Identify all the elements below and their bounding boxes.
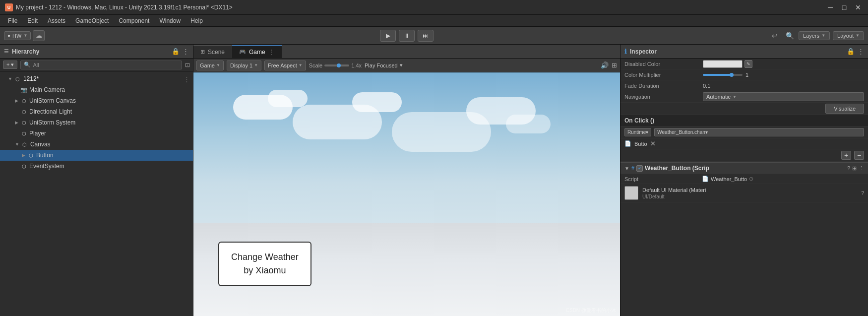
tab-scene[interactable]: ⊞ Scene <box>193 45 232 58</box>
color-edit-button[interactable]: ✎ <box>744 60 752 68</box>
runtime-dropdown[interactable]: Runtime▾ <box>624 128 651 136</box>
hier-label-directional-light: Directional Light <box>29 108 72 115</box>
inspector-header-actions: 🔒 ⋮ <box>847 48 864 55</box>
hier-item-canvas[interactable]: ▼ ⬡ Canvas <box>0 139 193 150</box>
hier-label-eventsystem: EventSystem <box>29 163 64 170</box>
script-section-header[interactable]: ▼ # ✓ Weather_Button (Scrip ? ⊞ ⋮ <box>620 162 868 174</box>
scale-slider[interactable] <box>324 64 349 66</box>
weather-button-dropdown[interactable]: Weather_Button.chan▾ <box>654 128 864 136</box>
layout-dropdown[interactable]: Layout ▼ <box>833 31 864 40</box>
layers-dropdown[interactable]: Layers ▼ <box>799 31 830 40</box>
material-name: Default UI Material (Materi <box>642 187 706 193</box>
script-enabled-checkbox[interactable]: ✓ <box>636 165 643 172</box>
undo-button[interactable]: ↩ <box>769 30 781 42</box>
display-dropdown[interactable]: Display 1 ▼ <box>227 61 261 70</box>
game-label-dropdown[interactable]: Game ▼ <box>196 61 224 70</box>
hier-item-1212[interactable]: ▼ ⬡ 1212* ⋮ <box>0 73 193 84</box>
obj-icon-button: ⬡ <box>27 152 34 159</box>
script-question-icon[interactable]: ? <box>847 165 850 171</box>
hierarchy-icon-btn[interactable]: ⊡ <box>185 62 190 68</box>
window-controls[interactable]: ─ □ ✕ <box>825 2 863 12</box>
fade-duration-label: Fade Duration <box>624 83 699 89</box>
minimize-button[interactable]: ─ <box>825 2 835 12</box>
menu-file[interactable]: File <box>4 16 21 25</box>
play-button[interactable]: ▶ <box>380 30 396 42</box>
close-button[interactable]: ✕ <box>853 2 863 12</box>
scale-value: 1.4x <box>351 63 362 68</box>
hier-label-unistorm-system: UniStorm System <box>29 119 75 126</box>
script-dots-icon[interactable]: ⋮ <box>859 165 864 172</box>
add-button[interactable]: + ▾ <box>3 61 17 69</box>
maximize-button[interactable]: □ <box>839 2 849 12</box>
add-onclick-button[interactable]: + <box>841 151 851 160</box>
hier-item-unistorm-canvas[interactable]: ▶ ⬡ UniStorm Canvas <box>0 95 193 106</box>
hierarchy-lock-icon[interactable]: 🔒 <box>172 48 180 55</box>
hier-item-button[interactable]: ▶ ⬡ Button <box>0 150 193 161</box>
navigation-row: Navigation Automatic ▼ <box>620 91 868 103</box>
unity-icon: U <box>5 3 13 11</box>
hierarchy-panel: ☰ Hierarchy 🔒 ⋮ + ▾ 🔍 All ⊡ ▼ ⬡ 1212* ⋮ <box>0 45 193 316</box>
script-target-icon[interactable]: ⊙ <box>749 176 753 182</box>
next-frame-button[interactable]: ⏭ <box>418 30 434 42</box>
weather-label: Weather_Button.chan▾ <box>657 129 708 135</box>
item-dots-1212[interactable]: ⋮ <box>184 75 190 83</box>
cloud-button[interactable]: ☁ <box>33 30 45 41</box>
navigation-option: Automatic <box>706 94 731 100</box>
remove-onclick-button[interactable]: − <box>854 151 864 160</box>
script-section-actions: ? ⊞ ⋮ <box>847 165 864 172</box>
butto-row: 📄 Butto ✕ <box>620 138 868 149</box>
cloud-layer <box>193 85 620 207</box>
material-thumbnail <box>624 186 638 200</box>
menu-window[interactable]: Window <box>155 16 185 25</box>
aspect-dropdown[interactable]: Free Aspect ▼ <box>264 61 306 70</box>
menu-component[interactable]: Component <box>115 16 153 25</box>
material-shader: UI/Default <box>642 194 706 199</box>
menu-gameobject[interactable]: GameObject <box>71 16 113 25</box>
menu-edit[interactable]: Edit <box>23 16 42 25</box>
disabled-color-value: ✎ <box>703 60 864 68</box>
remove-butto-icon[interactable]: ✕ <box>650 140 656 147</box>
hier-item-directional-light[interactable]: ▶ ⬡ Directional Light <box>0 106 193 117</box>
mute-icon[interactable]: 🔊 <box>601 62 609 69</box>
color-multiplier-slider[interactable] <box>703 74 743 76</box>
tab-game-dots[interactable]: ⋮ <box>268 48 275 56</box>
top-toolbar: ● HW ▼ ☁ ▶ ⏸ ⏭ ↩ 🔍 Layers ▼ Layout ▼ <box>0 27 868 45</box>
hierarchy-dots-icon[interactable]: ⋮ <box>183 48 189 55</box>
menu-assets[interactable]: Assets <box>44 16 69 25</box>
visualize-button[interactable]: Visualize <box>825 104 864 114</box>
pause-button[interactable]: ⏸ <box>399 30 415 42</box>
inspector-lock-icon[interactable]: 🔒 <box>847 48 855 55</box>
hierarchy-toolbar: + ▾ 🔍 All ⊡ <box>0 59 193 71</box>
play-focused-arrow[interactable]: ▼ <box>399 63 404 68</box>
obj-icon-system: ⬡ <box>20 119 27 126</box>
inspector-dots-icon[interactable]: ⋮ <box>858 48 864 55</box>
game-button-overlay: Change Weather by Xiaomu <box>218 242 311 286</box>
navigation-dropdown[interactable]: Automatic ▼ <box>703 92 864 101</box>
hier-item-eventsystem[interactable]: ▶ ⬡ EventSystem <box>0 161 193 172</box>
title-bar: U My project - 1212 - Windows, Mac, Linu… <box>0 0 868 15</box>
hw-badge[interactable]: ● HW ▼ <box>4 31 31 40</box>
color-multiplier-number: 1 <box>745 72 748 78</box>
search-button[interactable]: 🔍 <box>784 30 796 42</box>
butto-label: Butto <box>634 141 647 147</box>
hier-item-main-camera[interactable]: ▶ 📷 Main Camera <box>0 84 193 95</box>
inspector-header: ℹ Inspector 🔒 ⋮ <box>620 45 868 59</box>
hier-item-player[interactable]: ▶ ⬡ Player <box>0 128 193 139</box>
script-row: Script 📄 Weather_Butto ⊙ <box>620 174 868 184</box>
tabs-bar: ⊞ Scene 🎮 Game ⋮ <box>193 45 620 59</box>
hier-label-player: Player <box>29 130 46 137</box>
hierarchy-search[interactable]: 🔍 All <box>20 61 182 69</box>
hierarchy-title: Hierarchy <box>12 48 39 55</box>
expand-arrow-unistorm: ▶ <box>15 98 18 103</box>
material-question-icon[interactable]: ? <box>861 190 864 196</box>
game-label-text: Game <box>200 63 215 68</box>
search-icon: 🔍 <box>24 62 31 68</box>
hw-label: HW <box>12 33 21 39</box>
menu-help[interactable]: Help <box>186 16 207 25</box>
hier-label-unistorm-canvas: UniStorm Canvas <box>29 97 76 104</box>
disabled-color-swatch[interactable] <box>703 60 743 68</box>
hier-item-unistorm-system[interactable]: ▶ ⬡ UniStorm System <box>0 117 193 128</box>
maximize-icon[interactable]: ⊞ <box>612 62 617 69</box>
tab-game[interactable]: 🎮 Game ⋮ <box>232 45 282 58</box>
script-settings-icon[interactable]: ⊞ <box>852 165 857 172</box>
